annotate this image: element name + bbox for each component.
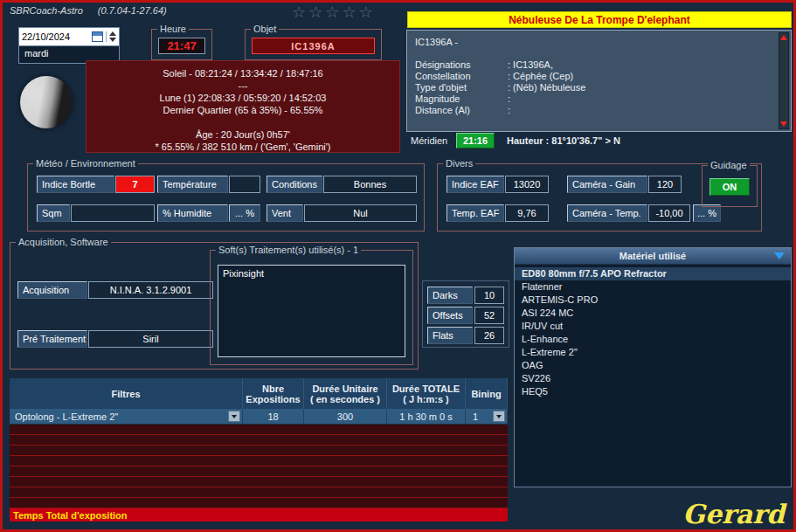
heure-group: Heure 21:47 xyxy=(151,29,212,60)
filter-icon[interactable] xyxy=(774,252,785,259)
darks-value[interactable]: 10 xyxy=(474,287,504,304)
humidite-label: % Humidite xyxy=(157,204,228,222)
header-line: Durée Unitaire xyxy=(312,383,377,394)
date-spinner[interactable] xyxy=(106,31,116,42)
bining-cell[interactable]: 1 xyxy=(466,409,508,424)
camera-temp-value[interactable]: -10,00 xyxy=(648,204,690,222)
guidage-group: Guidage ON xyxy=(702,165,758,207)
spinner-up-icon[interactable] xyxy=(109,31,116,36)
ephemeris-panel: Soleil - 08:21:24 / 13:34:42 / 18:47:16 … xyxy=(86,60,400,153)
vent-value[interactable]: Nul xyxy=(304,204,417,222)
filter-dropdown-icon[interactable] xyxy=(228,411,240,422)
app-version: (0.7.04-1-27.64) xyxy=(98,5,167,16)
bining-dropdown-icon[interactable] xyxy=(493,411,505,422)
object-field-row: Désignations : IC1396A, xyxy=(415,59,783,71)
materiel-item[interactable]: ED80 80mm f/7.5 APO Refractor xyxy=(515,267,791,280)
temperature-label: Température xyxy=(157,176,228,193)
acquisition-value[interactable]: N.I.N.A. 3.1.2.9001 xyxy=(88,281,213,299)
scroll-up-icon[interactable] xyxy=(780,35,787,40)
table-empty-row[interactable] xyxy=(10,487,508,498)
filters-table: Filtres Nbre Expositions Durée Unitaire … xyxy=(10,378,508,522)
header-duree-unitaire: Durée Unitaire ( en secondes ) xyxy=(304,378,387,409)
sqm-value[interactable] xyxy=(71,204,155,222)
darks-label: Darks xyxy=(427,287,473,304)
materiel-item[interactable]: ASI 224 MC xyxy=(515,307,791,320)
field-value: : xyxy=(508,93,510,105)
table-empty-row[interactable] xyxy=(10,466,508,477)
signature: Gerard xyxy=(682,499,785,529)
conditions-label: Conditions xyxy=(266,176,322,193)
object-info-scrollbar[interactable] xyxy=(779,32,789,129)
object-field-row: Type d'objet : (Néb) Nébuleuse xyxy=(415,82,783,93)
weekday-label: mardi xyxy=(19,46,119,60)
materiel-item[interactable]: SV226 xyxy=(515,372,791,385)
duree-unitaire-cell[interactable]: 300 xyxy=(304,409,387,424)
table-empty-row[interactable] xyxy=(10,498,508,508)
objet-field[interactable]: IC1396A xyxy=(252,38,375,54)
header-line: Nbre xyxy=(262,383,284,394)
object-title-banner: Nébuleuse De La Trompe D'elephant xyxy=(407,11,792,28)
materiel-item[interactable]: IR/UV cut xyxy=(515,320,791,333)
field-label: Constellation xyxy=(415,71,508,82)
filter-row: Optolong - L-Extreme 2" 18 300 1 h 30 m … xyxy=(10,409,508,425)
calibration-panel: Darks 10 Offsets 52 Flats 26 xyxy=(422,280,509,348)
flats-value[interactable]: 26 xyxy=(474,327,504,344)
camera-gain-value[interactable]: 120 xyxy=(648,176,682,193)
table-empty-row[interactable] xyxy=(10,446,508,456)
offsets-value[interactable]: 52 xyxy=(474,307,504,324)
humidite-button[interactable]: ... % xyxy=(229,204,260,222)
moon-phase-image xyxy=(20,76,73,128)
indice-eaf-value[interactable]: 13020 xyxy=(505,176,549,193)
acquisition-group: Acquisition, Software Acquisition N.I.N.… xyxy=(10,242,419,370)
date-input[interactable]: 22/10/2024 xyxy=(19,28,119,46)
separator-text: --- xyxy=(87,79,399,92)
table-empty-row[interactable] xyxy=(10,456,508,466)
field-value: : Céphée (Cep) xyxy=(508,71,573,82)
rating-stars[interactable]: ☆☆☆☆☆ xyxy=(292,3,376,22)
app-name: SBRCoach-Astro xyxy=(10,5,83,16)
table-empty-row[interactable] xyxy=(10,425,508,435)
date-value: 22/10/2024 xyxy=(22,31,89,42)
conditions-value[interactable]: Bonnes xyxy=(323,176,417,193)
materiel-item[interactable]: Flatenner xyxy=(515,280,791,294)
temp-eaf-value[interactable]: 9,76 xyxy=(505,204,549,222)
sun-times-text: Soleil - 08:21:24 / 13:34:42 / 18:47:16 xyxy=(87,67,399,79)
filter-name-cell[interactable]: Optolong - L-Extreme 2" xyxy=(10,409,243,424)
camera-temp-button[interactable]: ... % xyxy=(693,204,721,222)
meteo-group: Météo / Environnement Indice Bortle 7 Te… xyxy=(27,163,425,231)
materiel-item[interactable]: L-Enhance xyxy=(515,333,791,346)
temperature-value[interactable] xyxy=(229,176,260,193)
table-empty-row[interactable] xyxy=(10,477,508,487)
indice-eaf-label: Indice EAF xyxy=(446,176,504,193)
soft-traitement-textarea[interactable]: Pixinsight xyxy=(218,265,405,357)
pre-traitement-value[interactable]: Siril xyxy=(88,330,213,348)
bortle-value[interactable]: 7 xyxy=(115,176,155,193)
expositions-cell[interactable]: 18 xyxy=(243,409,304,424)
materiel-list: ED80 80mm f/7.5 APO Refractor Flatenner … xyxy=(515,265,791,487)
objet-group-label: Objet xyxy=(251,24,279,34)
pre-traitement-label: Pré Traitement xyxy=(17,330,87,348)
guidage-group-label: Guidage xyxy=(708,160,750,170)
scroll-down-icon[interactable] xyxy=(780,121,787,127)
header-line: ( en secondes ) xyxy=(310,394,380,404)
materiel-item[interactable]: HEQ5 xyxy=(515,385,791,398)
header-line: Expositions xyxy=(246,394,300,404)
sqm-label: Sqm xyxy=(37,204,70,222)
date-picker: 22/10/2024 mardi xyxy=(18,27,120,64)
materiel-item[interactable]: L-Extreme 2" xyxy=(515,346,791,359)
objet-group: Objet IC1396A xyxy=(245,29,382,60)
header-duree-totale: Durée TOTALE ( J h:m:s ) xyxy=(387,378,466,409)
field-label: Magnitude xyxy=(415,93,508,105)
object-field-row: Distance (Al) : xyxy=(415,105,783,116)
object-info-panel: IC1396A - Désignations : IC1396A, Conste… xyxy=(406,30,792,132)
guidage-toggle[interactable]: ON xyxy=(709,178,750,196)
camera-gain-label: Caméra - Gain xyxy=(567,176,647,193)
materiel-item[interactable]: OAG xyxy=(515,359,791,372)
table-empty-row[interactable] xyxy=(10,435,508,446)
spinner-down-icon[interactable] xyxy=(109,38,116,42)
materiel-item[interactable]: ARTEMIS-C PRO xyxy=(515,294,791,307)
calendar-icon[interactable] xyxy=(92,31,103,42)
meteo-group-label: Météo / Environnement xyxy=(33,158,138,169)
moon-quarter-text: Dernier Quartier (65 à 35%) - 65.55% xyxy=(87,104,399,116)
heure-field[interactable]: 21:47 xyxy=(158,38,205,54)
